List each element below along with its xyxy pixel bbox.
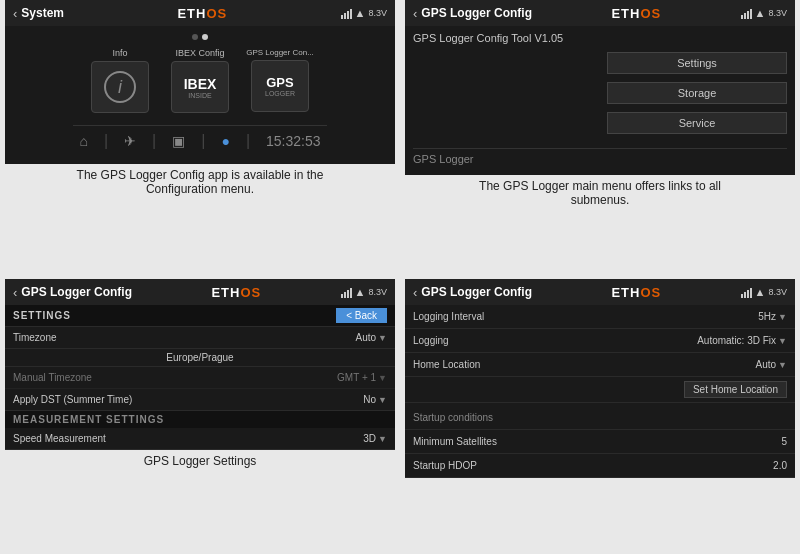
panel4-header-right: ▲ 8.3V [741,286,787,298]
min-satellites-label: Minimum Satellites [413,436,497,447]
home-location-row: Home Location Auto ▼ [405,353,795,377]
time-display: 15:32:53 [266,133,321,149]
panel1: ‹ System ETHOS ▲ 8.3V [5,0,395,164]
storage-button[interactable]: Storage [607,82,787,104]
signal-bars-3 [341,286,352,298]
speed-measurement-value-text: 3D [363,433,376,444]
bottom-nav: ⌂ | ✈ | ▣ | ● | 15:32:53 [73,125,326,156]
logging-interval-value-text: 5Hz [758,311,776,322]
panel4: ‹ GPS Logger Config ETHOS ▲ 8.3V Logging… [405,279,795,478]
panel3-header: ‹ GPS Logger Config ETHOS ▲ 8.3V [5,279,395,305]
menu-buttons: Settings Storage Service [413,52,787,138]
dot-2[interactable] [202,34,208,40]
nav-divider-4: | [246,132,250,150]
panel4-header-left: ‹ GPS Logger Config [413,285,532,300]
measurement-section-header: MEASUREMENT SETTINGS [5,411,395,428]
timezone-row: Timezone Auto ▼ [5,327,395,349]
ethos-logo-4: ETHOS [611,285,661,300]
logging-interval-dropdown-icon[interactable]: ▼ [778,312,787,322]
min-satellites-row: Minimum Satellites 5 [405,430,795,454]
logging-interval-label: Logging Interval [413,311,484,322]
speed-measurement-dropdown-icon[interactable]: ▼ [378,434,387,444]
panel4-wrapper: ‹ GPS Logger Config ETHOS ▲ 8.3V Logging… [400,279,800,554]
panel2-body: GPS Logger Config Tool V1.05 Settings St… [405,26,795,175]
app-tile-gps[interactable]: GPS Logger Con... GPS LOGGER [245,48,315,113]
panel1-header: ‹ System ETHOS ▲ 8.3V [5,0,395,26]
plane-icon[interactable]: ✈ [124,133,136,149]
timezone-value-text: Auto [356,332,377,343]
back-button[interactable]: < Back [336,308,387,323]
info-circle-icon: i [104,71,136,103]
app-tile-info-label: Info [112,48,127,58]
home-location-dropdown-icon[interactable]: ▼ [778,360,787,370]
logging-row: Logging Automatic: 3D Fix ▼ [405,329,795,353]
dot-nav-icon[interactable]: ● [221,133,229,149]
home-location-value-text: Auto [756,359,777,370]
startup-hdop-label: Startup HDOP [413,460,477,471]
apply-dst-value: No ▼ [363,394,387,405]
dot-1[interactable] [192,34,198,40]
back-arrow-icon-3[interactable]: ‹ [13,285,17,300]
panel1-header-right: ▲ 8.3V [341,7,387,19]
panel4-body: Logging Interval 5Hz ▼ Logging Automatic… [405,305,795,478]
service-button[interactable]: Service [607,112,787,134]
settings-button[interactable]: Settings [607,52,787,74]
battery-label-4: 8.3V [768,287,787,297]
panel2-wrapper: ‹ GPS Logger Config ETHOS ▲ 8.3V GPS Log… [400,0,800,279]
timezone-full-value: Europe/Prague [5,349,395,367]
ethos-os: OS [206,6,227,21]
wifi-icon-3: ▲ [355,286,366,298]
timezone-value: Auto ▼ [356,332,388,343]
app-tile-gps-label: GPS Logger Con... [246,48,314,57]
apply-dst-dropdown-icon[interactable]: ▼ [378,395,387,405]
logging-interval-value: 5Hz ▼ [758,311,787,322]
nav-divider-3: | [201,132,205,150]
logging-dropdown-icon[interactable]: ▼ [778,336,787,346]
startup-conditions-section: Startup conditions [405,403,795,430]
logging-label: Logging [413,335,449,346]
set-home-location-button[interactable]: Set Home Location [684,381,787,398]
settings-header-row: SETTINGS < Back [5,305,395,327]
panel1-title: System [21,6,64,20]
logger-text: LOGGER [265,90,295,97]
back-arrow-icon-2[interactable]: ‹ [413,6,417,21]
timezone-label: Timezone [13,332,57,343]
panel3-caption: GPS Logger Settings [136,450,265,472]
apply-dst-row: Apply DST (Summer Time) No ▼ [5,389,395,411]
gps-logger-footer: GPS Logger [413,148,787,169]
gps-text: GPS [266,75,293,90]
ethos-logo: ETHOS [177,6,227,21]
panel3-body: SETTINGS < Back Timezone Auto ▼ Europe/P… [5,305,395,450]
app-tile-ibex[interactable]: IBEX Config IBEX INSIDE [165,48,235,113]
nav-divider-1: | [104,132,108,150]
manual-timezone-dropdown-icon[interactable]: ▼ [378,373,387,383]
logging-value: Automatic: 3D Fix ▼ [697,335,787,346]
timezone-dropdown-icon[interactable]: ▼ [378,333,387,343]
ethos-eth: ETH [177,6,206,21]
app-tile-ibex-icon: IBEX INSIDE [171,61,229,113]
app-tile-info-icon: i [91,61,149,113]
startup-hdop-row: Startup HDOP 2.0 [405,454,795,478]
battery-label-3: 8.3V [368,287,387,297]
wifi-icon-4: ▲ [755,286,766,298]
speed-measurement-value: 3D ▼ [363,433,387,444]
manual-timezone-row: Manual Timezone GMT + 1 ▼ [5,367,395,389]
wifi-icon-2: ▲ [755,7,766,19]
home-icon[interactable]: ⌂ [79,133,87,149]
app-tile-info[interactable]: Info i [85,48,155,113]
panel3-header-left: ‹ GPS Logger Config [13,285,132,300]
nav-divider-2: | [152,132,156,150]
apply-dst-label: Apply DST (Summer Time) [13,394,132,405]
logging-interval-row: Logging Interval 5Hz ▼ [405,305,795,329]
panel4-title: GPS Logger Config [421,285,532,299]
battery-label: 8.3V [368,8,387,18]
app-tile-gps-icon: GPS LOGGER [251,60,309,112]
panel2-title: GPS Logger Config [421,6,532,20]
gps-logo-icon: GPS LOGGER [265,75,295,97]
speed-measurement-label: Speed Measurement [13,433,106,444]
back-arrow-icon-4[interactable]: ‹ [413,285,417,300]
back-arrow-icon[interactable]: ‹ [13,6,17,21]
grid-icon[interactable]: ▣ [172,133,185,149]
panel3-header-right: ▲ 8.3V [341,286,387,298]
dot-indicator [192,34,208,40]
